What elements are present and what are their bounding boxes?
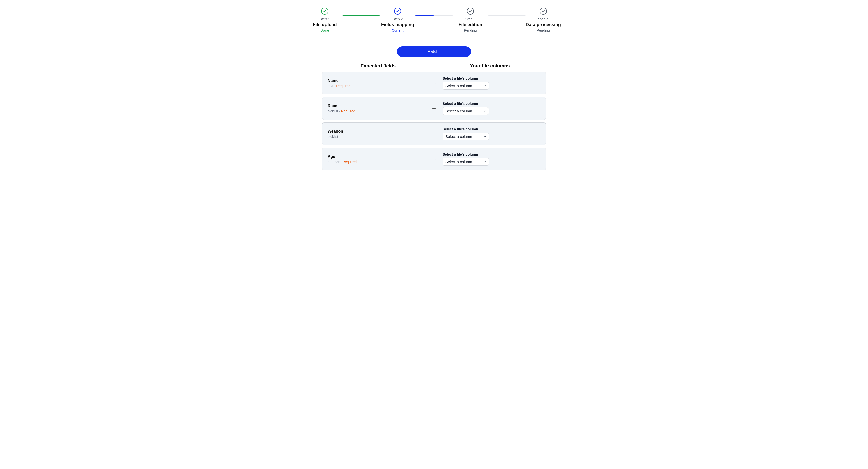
match-button[interactable]: Match !: [397, 46, 471, 57]
check-circle-icon: [467, 7, 474, 14]
field-name: Race: [328, 104, 426, 108]
step-connector-1: [342, 14, 380, 15]
your-file-columns-header: Your file columns: [434, 63, 546, 68]
field-name: Age: [328, 154, 426, 159]
field-row-race: Race picklist · Required → Select a file…: [322, 97, 546, 120]
step-connector-3: [488, 14, 526, 15]
field-row-name: Name text · Required → Select a file's c…: [322, 71, 546, 94]
step-2: Step 2 Fields mapping Current: [380, 7, 415, 32]
step-label: Step 4: [538, 17, 548, 21]
field-meta: text · Required: [328, 84, 426, 88]
step-3: Step 3 File edition Pending: [453, 7, 488, 32]
field-meta: picklist: [328, 134, 426, 138]
field-meta: number · Required: [328, 160, 426, 164]
step-title: File edition: [458, 22, 482, 27]
select-label: Select a file's column: [442, 102, 540, 106]
step-title: File upload: [313, 22, 337, 27]
step-title: Data processing: [526, 22, 561, 27]
step-label: Step 2: [393, 17, 403, 21]
arrow-right-icon: →: [430, 80, 438, 86]
step-label: Step 1: [320, 17, 330, 21]
select-label: Select a file's column: [442, 76, 540, 80]
column-select-weapon[interactable]: Select a column: [442, 132, 489, 140]
arrow-right-icon: →: [430, 105, 438, 111]
step-status: Done: [320, 28, 329, 32]
select-label: Select a file's column: [442, 152, 540, 156]
field-meta: picklist · Required: [328, 109, 426, 113]
step-connector-2: [415, 14, 453, 15]
column-headers: Expected fields Your file columns: [322, 63, 546, 68]
step-1: Step 1 File upload Done: [307, 7, 342, 32]
check-circle-icon: [321, 7, 328, 14]
field-row-weapon: Weapon picklist → Select a file's column…: [322, 122, 546, 145]
select-label: Select a file's column: [442, 127, 540, 131]
column-select-name[interactable]: Select a column: [442, 82, 489, 90]
arrow-right-icon: →: [430, 156, 438, 162]
step-4: Step 4 Data processing Pending: [526, 7, 561, 32]
column-select-age[interactable]: Select a column: [442, 158, 489, 166]
step-status: Pending: [537, 28, 550, 32]
step-label: Step 3: [465, 17, 475, 21]
step-title: Fields mapping: [381, 22, 414, 27]
step-status: Pending: [464, 28, 477, 32]
check-circle-icon: [540, 7, 547, 14]
expected-fields-header: Expected fields: [322, 63, 434, 68]
field-name: Name: [328, 78, 426, 83]
step-status: Current: [392, 28, 404, 32]
field-mapping-list: Name text · Required → Select a file's c…: [322, 71, 546, 170]
field-name: Weapon: [328, 129, 426, 133]
check-circle-icon: [394, 7, 401, 14]
stepper: Step 1 File upload Done Step 2 Fields ma…: [246, 7, 622, 32]
arrow-right-icon: →: [430, 131, 438, 136]
field-row-age: Age number · Required → Select a file's …: [322, 148, 546, 170]
column-select-race[interactable]: Select a column: [442, 107, 489, 115]
